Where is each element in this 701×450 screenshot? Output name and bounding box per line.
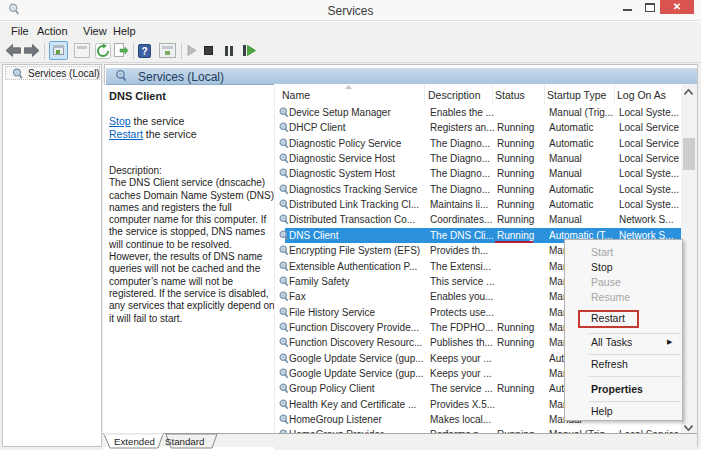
svg-text:Standard: Standard	[165, 436, 204, 447]
svg-text:Extended: Extended	[114, 436, 155, 447]
